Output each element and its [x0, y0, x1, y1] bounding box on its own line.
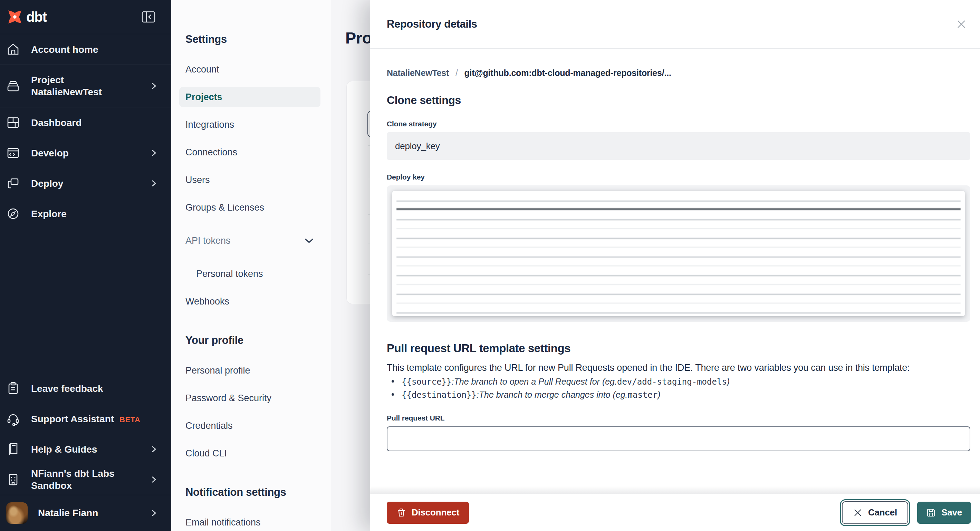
book-icon: [6, 442, 20, 456]
settings-item-groups-licenses[interactable]: Groups & Licenses: [179, 197, 320, 218]
project-line2: NatalieNewTest: [31, 86, 139, 98]
pr-template-variables-list: {{source}} : The branch to open a Pull R…: [387, 377, 970, 400]
chevron-right-icon: [150, 509, 158, 517]
drawer-body: NatalieNewTest / git@github.com:dbt-clou…: [370, 49, 980, 494]
separator-text: :: [452, 377, 454, 387]
pr-url-template-heading: Pull request URL template settings: [387, 342, 970, 355]
settings-item-personal-tokens[interactable]: Personal tokens: [179, 264, 320, 284]
variable-description: The branch to open a Pull Request for (e…: [454, 377, 617, 387]
dashboard-icon: [6, 116, 20, 129]
sidebar-collapse-icon[interactable]: [142, 11, 155, 23]
sidebar-item-support-assistant[interactable]: Support AssistantBETA: [0, 404, 171, 434]
pull-request-url-input[interactable]: [387, 426, 970, 451]
variable-example: dev/add-staging-models: [617, 377, 727, 387]
sidebar-item-label: Project NatalieNewTest: [31, 74, 139, 98]
separator-text: :: [477, 390, 479, 400]
your-profile-heading: Your profile: [185, 334, 331, 347]
chevron-right-icon: [150, 445, 158, 453]
settings-item-connections[interactable]: Connections: [179, 142, 320, 162]
project-icon: [6, 79, 20, 93]
chevron-right-icon: [150, 149, 158, 157]
sidebar-item-deploy[interactable]: Deploy: [0, 168, 171, 199]
cancel-label: Cancel: [868, 507, 897, 518]
explore-icon: [6, 207, 20, 221]
settings-item-cloud-cli[interactable]: Cloud CLI: [179, 443, 320, 463]
beta-badge: BETA: [119, 415, 140, 424]
user-avatar: [6, 502, 28, 524]
cancel-button[interactable]: Cancel: [842, 501, 908, 524]
bullet-dot: [391, 380, 394, 383]
sidebar-item-leave-feedback[interactable]: Leave feedback: [0, 373, 171, 404]
sidebar-item-label: Deploy: [31, 178, 139, 189]
save-floppy-icon: [926, 508, 936, 518]
sidebar-item-sandbox-account[interactable]: NFiann's dbt Labs Sandbox: [0, 464, 171, 495]
settings-sidebar: Settings Account Projects Integrations C…: [171, 0, 331, 531]
close-paren: ): [727, 377, 730, 387]
sidebar-item-develop[interactable]: Develop: [0, 138, 171, 168]
disconnect-button[interactable]: Disconnect: [387, 502, 469, 524]
settings-item-projects[interactable]: Projects: [179, 87, 320, 107]
sidebar-item-label: Dashboard: [31, 117, 158, 129]
settings-item-account[interactable]: Account: [179, 59, 320, 79]
variable-code: {{destination}}: [402, 390, 477, 400]
list-item: {{destination}} : The branch to merge ch…: [387, 390, 970, 400]
settings-item-users[interactable]: Users: [179, 170, 320, 190]
user-menu[interactable]: Natalie Fiann: [0, 495, 171, 531]
develop-icon: [6, 146, 20, 160]
redacted-key-lines: [396, 193, 961, 313]
breadcrumb-separator: /: [455, 68, 458, 78]
deploy-key-redacted-content: [392, 191, 965, 316]
settings-item-password-security[interactable]: Password & Security: [179, 388, 320, 408]
headset-icon: [6, 412, 20, 426]
dbt-cloud-app: dbt Account home: [0, 0, 980, 531]
logo-row: dbt: [0, 0, 171, 34]
dbt-logo-icon: [7, 9, 23, 25]
save-button[interactable]: Save: [917, 502, 971, 524]
drawer-header: Repository details: [370, 0, 980, 49]
sidebar-item-label: Help & Guides: [31, 443, 139, 455]
clone-strategy-input[interactable]: deploy_key: [387, 132, 970, 160]
variable-description: The branch to merge changes into (eg.: [479, 390, 628, 400]
disconnect-label: Disconnect: [412, 507, 459, 518]
building-icon: [6, 473, 20, 486]
breadcrumb: NatalieNewTest / git@github.com:dbt-clou…: [387, 68, 970, 78]
pull-request-url-label: Pull request URL: [387, 414, 970, 422]
sidebar-item-dashboard[interactable]: Dashboard: [0, 107, 171, 138]
clone-strategy-label: Clone strategy: [387, 120, 970, 128]
settings-item-email-notifications[interactable]: Email notifications: [179, 512, 320, 531]
sidebar-item-label: Develop: [31, 147, 139, 159]
chevron-right-icon: [150, 476, 158, 483]
save-label: Save: [941, 507, 962, 518]
close-icon[interactable]: [956, 19, 967, 30]
home-icon: [6, 43, 20, 56]
main-sidebar: dbt Account home: [0, 0, 171, 531]
list-item: {{source}} : The branch to open a Pull R…: [387, 377, 970, 387]
sidebar-item-label: Support AssistantBETA: [31, 413, 158, 425]
pr-url-template-description: This template configures the URL for new…: [387, 362, 970, 373]
settings-item-api-tokens[interactable]: API tokens: [179, 231, 320, 251]
sidebar-item-account-home[interactable]: Account home: [0, 34, 171, 65]
settings-item-credentials[interactable]: Credentials: [179, 416, 320, 436]
settings-item-webhooks[interactable]: Webhooks: [179, 291, 320, 312]
sidebar-item-label: NFiann's dbt Labs Sandbox: [31, 467, 139, 492]
feedback-clipboard-icon: [6, 382, 20, 395]
deploy-icon: [6, 176, 20, 190]
variable-example: master: [628, 390, 658, 400]
sidebar-item-label: Account home: [31, 43, 158, 56]
deploy-key-label: Deploy key: [387, 173, 970, 181]
settings-item-personal-profile[interactable]: Personal profile: [179, 361, 320, 380]
breadcrumb-repo-url: git@github.com:dbt-cloud-managed-reposit…: [464, 68, 671, 78]
settings-item-integrations[interactable]: Integrations: [179, 114, 320, 135]
chevron-down-icon: [305, 238, 313, 243]
sidebar-item-explore[interactable]: Explore: [0, 199, 171, 229]
sidebar-item-label: Leave feedback: [31, 383, 158, 394]
clone-settings-heading: Clone settings: [387, 94, 970, 107]
deploy-key-field[interactable]: [387, 185, 970, 322]
chevron-right-icon: [150, 180, 158, 187]
sidebar-item-project[interactable]: Project NatalieNewTest: [0, 65, 171, 107]
close-paren: ): [657, 390, 660, 400]
variable-code: {{source}}: [402, 377, 452, 387]
drawer-title: Repository details: [387, 18, 956, 30]
sidebar-item-help-guides[interactable]: Help & Guides: [0, 434, 171, 464]
breadcrumb-project: NatalieNewTest: [387, 68, 449, 78]
